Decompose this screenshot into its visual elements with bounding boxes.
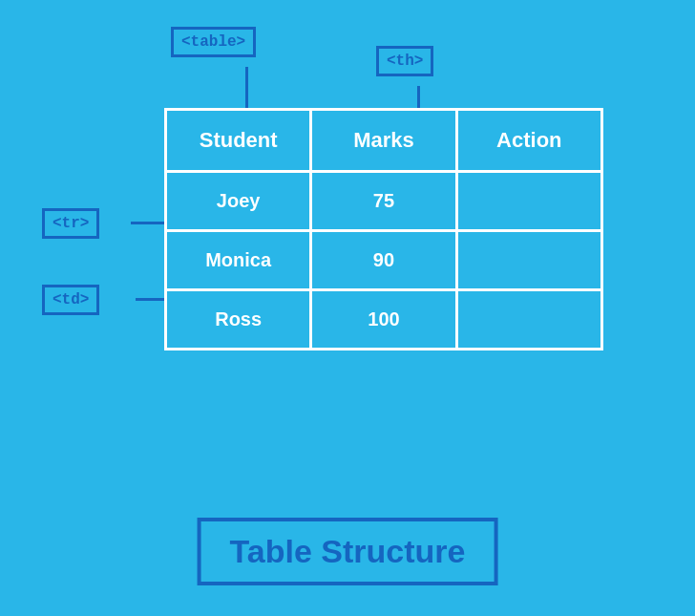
title-box: Table Structure — [198, 518, 498, 585]
cell-action-3 — [456, 289, 601, 349]
table-row: Monica 90 — [166, 230, 602, 289]
header-student: Student — [166, 109, 311, 171]
cell-student-1: Joey — [166, 171, 311, 230]
table-row: Joey 75 — [166, 171, 602, 230]
tr-tag-text: <tr> — [53, 215, 89, 232]
table-wrapper: Student Marks Action Joey 75 Monica 90 R — [164, 108, 603, 350]
td-tag-text: <td> — [53, 291, 89, 308]
table-row: Ross 100 — [166, 289, 602, 349]
cell-action-2 — [456, 230, 601, 289]
demo-table: Student Marks Action Joey 75 Monica 90 R — [164, 108, 603, 350]
header-action: Action — [456, 109, 601, 171]
th-tag-text: <th> — [387, 53, 423, 70]
cell-student-3: Ross — [166, 289, 311, 349]
main-container: <table> <th> <tr> <td> Student Marks Act… — [23, 17, 672, 600]
cell-action-1 — [456, 171, 601, 230]
th-tag: <th> — [376, 46, 433, 76]
tr-tag: <tr> — [42, 208, 99, 239]
cell-student-2: Monica — [166, 230, 311, 289]
title-text: Table Structure — [230, 533, 466, 569]
cell-marks-3: 100 — [311, 289, 456, 349]
td-tag: <td> — [42, 285, 99, 315]
cell-marks-1: 75 — [311, 171, 456, 230]
cell-marks-2: 90 — [311, 230, 456, 289]
table-tag-text: <table> — [181, 33, 245, 51]
header-marks: Marks — [311, 109, 456, 171]
table-tag: <table> — [171, 27, 256, 57]
table-arrow — [245, 67, 248, 110]
table-header-row: Student Marks Action — [166, 109, 602, 171]
